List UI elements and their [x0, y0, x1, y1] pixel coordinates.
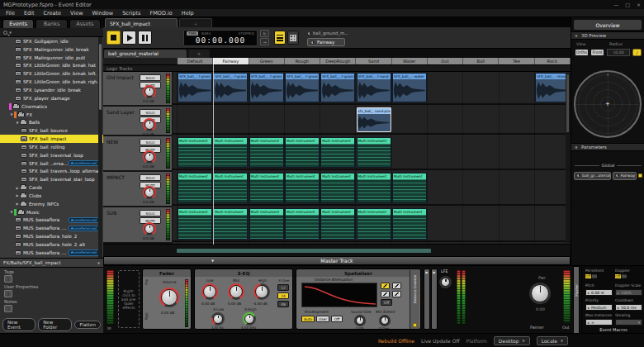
menu-view[interactable]: View — [70, 10, 83, 17]
clip-audio[interactable]: SFX_ball_...t-grass — [285, 73, 320, 102]
attenuation-graph[interactable] — [301, 283, 377, 307]
atten-shape-1-icon[interactable] — [381, 283, 390, 289]
xover-24-button[interactable]: 24 — [277, 292, 289, 299]
track-header-new[interactable]: NEWSOLOMUTE0.0 dB — [103, 136, 173, 172]
pitch-field[interactable]: ▸0.00 st — [585, 289, 613, 296]
clip-multi[interactable]: Multi Instrument — [213, 137, 248, 168]
solo-button[interactable]: SOLO — [140, 74, 161, 81]
clip-multi[interactable]: Multi Instrument — [392, 208, 427, 240]
tracks-view-button[interactable] — [274, 31, 286, 45]
event-sfx-ball-traversal-loop[interactable]: SFX_ball_traversal_loop — [0, 151, 103, 159]
track-header-sub[interactable]: SUBSOLOMUTE0.0 dB — [103, 207, 173, 244]
atten-shape-3-icon[interactable] — [381, 291, 390, 297]
track-volume-knob[interactable] — [143, 85, 156, 98]
collapsed-effect-1[interactable]: ▶ — [424, 269, 430, 330]
event-mus-bassaflora-hole-2[interactable]: MUS_bassaflora_hole_2 — [0, 232, 103, 240]
eq-xhigh-knob[interactable] — [243, 312, 256, 326]
solo-button[interactable]: SOLO — [140, 109, 161, 116]
new-event-button[interactable]: New Event — [2, 318, 36, 331]
event-sfx-ball-impact[interactable]: SFX_ball_impact — [0, 135, 103, 143]
sound-size-knob[interactable] — [354, 315, 366, 326]
xover-48-button[interactable]: 48 — [277, 301, 289, 307]
console-view-button[interactable] — [287, 31, 299, 45]
column-rock[interactable]: Rock — [535, 58, 571, 64]
folder-music[interactable]: ▼Music — [0, 208, 103, 216]
tab-events[interactable]: Events — [2, 19, 34, 28]
clip-multi[interactable]: Multi Instrument — [213, 173, 248, 203]
track-volume-knob[interactable] — [143, 118, 156, 131]
menu-file[interactable]: File — [6, 10, 15, 17]
solo-button[interactable]: SOLO — [140, 210, 161, 216]
clip-multi[interactable]: Multi Instrument — [213, 208, 248, 240]
doppler-toggle[interactable]: OffOn — [615, 274, 627, 278]
folder-cinematics[interactable]: Cinematics — [0, 102, 103, 111]
column-out[interactable]: Out — [428, 58, 463, 64]
clip-audio[interactable]: SFX_ball_...t-sand — [357, 73, 391, 102]
menu-edit[interactable]: Edit — [24, 10, 35, 17]
clip-multi[interactable]: Multi Instrument — [320, 208, 355, 240]
platform-select[interactable]: Desktop▼ — [494, 336, 530, 345]
parameter-name-chip[interactable]: ball_gr...aterial — [574, 172, 611, 180]
clip-multi[interactable]: Multi Instrument — [178, 208, 212, 240]
event-sfx-ball-travers-loop-alternative[interactable]: SFX_ball_travers..loop_alternative — [0, 168, 103, 176]
clip-multi[interactable]: Multi Instrument — [249, 137, 284, 168]
event-mus-bassaflora-hole-1[interactable]: MUS_bassaflora_hole_1#unreferenced — [0, 224, 103, 232]
clip-audio[interactable]: SFX_ball_...t-grass — [320, 73, 355, 102]
clip-multi[interactable]: Multi Instrument — [357, 173, 391, 203]
pause-button[interactable] — [138, 31, 152, 45]
maximize-icon[interactable]: □ — [625, 2, 630, 7]
clip-audio[interactable]: SFX_ball_...t-grass — [178, 73, 212, 102]
tab-parameter-sheet[interactable]: ball_ground_material — [104, 50, 187, 58]
ortho-button[interactable]: Ortho — [575, 49, 589, 56]
persistent-on[interactable]: On — [592, 274, 597, 278]
clip-multi[interactable]: Multi Instrument — [285, 173, 320, 203]
event-sfx-gullgajern-idle[interactable]: SFX_Gullgajern_idle — [0, 37, 103, 45]
column-sand[interactable]: Sand — [356, 58, 391, 64]
column-ball[interactable]: Ball — [463, 58, 499, 64]
track-header-old-impact[interactable]: Old ImpactSOLOMUTE0.0 dB — [103, 72, 173, 107]
persistent-toggle[interactable]: OffOn — [585, 274, 597, 278]
folder-fx[interactable]: ▼FX — [0, 111, 103, 119]
folder-balls[interactable]: ▼Balls — [0, 118, 103, 126]
parameters-section-header[interactable]: ▼ Parameters — [571, 143, 644, 151]
playhead-cursor[interactable] — [213, 58, 214, 245]
clip-multi[interactable]: Multi Instrument — [320, 173, 355, 203]
eq-high-knob[interactable] — [253, 283, 270, 300]
minimize-icon[interactable]: — — [613, 2, 618, 7]
event-mus-bassaflora[interactable]: MUS_bassaflora#unreferenced — [0, 216, 103, 225]
event-sfx-malingunner-idle-break[interactable]: SFX_Malingunner_idle_break — [0, 45, 103, 54]
event-sfx-littlegreen-idle-break-hat[interactable]: SFX_LittleGreen_idle_break_hat — [0, 62, 103, 70]
pan-knob[interactable] — [529, 283, 551, 304]
eq-low-knob[interactable] — [201, 283, 218, 300]
column-fairway[interactable]: Fairway — [213, 58, 249, 64]
distance-override-strip[interactable]: Distance Override — [410, 270, 419, 329]
section-field[interactable]: i — [4, 290, 12, 297]
atten-shape-2-icon[interactable] — [392, 283, 401, 289]
envelopment-user-button[interactable]: User — [316, 316, 329, 322]
clip-multi[interactable]: Multi Instrument — [357, 137, 391, 168]
clip-multi[interactable]: Multi Instrument — [357, 208, 391, 240]
loop-icon[interactable]: ↻ — [260, 30, 269, 37]
menu-scripts[interactable]: Scripts — [122, 10, 140, 17]
track-header-impact[interactable]: IMPACTSOLOMUTE0.0 dB — [103, 172, 173, 207]
track-volume-knob[interactable] — [143, 222, 156, 235]
parameter-chip-value[interactable]: Fairway — [307, 38, 345, 46]
menu-create[interactable]: Create — [43, 10, 61, 17]
build-status[interactable]: Rebuild Offline — [378, 338, 414, 344]
menu-fmodio[interactable]: FMOD.io — [149, 10, 172, 17]
locale-select[interactable]: Locale▼ — [537, 336, 568, 345]
event-sfx-ball-rolling[interactable]: SFX_ball_rolling — [0, 143, 103, 151]
clip-audio[interactable]: sfx_ball_..sand-plonk — [357, 107, 391, 132]
event-sfx-player-damage[interactable]: SFX_player_damage — [0, 94, 103, 102]
column-water[interactable]: Water — [392, 58, 428, 64]
new-folder-button[interactable]: New Folder — [38, 318, 72, 331]
event-mus-bassaflora-hole-2-alt[interactable]: MUS_bassaflora_hole_2_alt — [0, 240, 103, 249]
clip-audio[interactable]: SFX_ball_...t-grass — [213, 73, 248, 102]
tab-assets[interactable]: Assets — [69, 19, 101, 28]
event-sfx-ball-traversal-star-loop[interactable]: SFX_ball_traversal_star_loop — [0, 175, 103, 183]
master-strip[interactable]: Master — [573, 266, 580, 334]
menu-window[interactable]: Window — [92, 10, 114, 17]
pre-tab[interactable]: Pre — [144, 279, 149, 285]
event-sfx-lysander-idle-break[interactable]: SFX_Lysander_idle_break — [0, 86, 103, 94]
section-field[interactable]: i — [4, 305, 12, 312]
